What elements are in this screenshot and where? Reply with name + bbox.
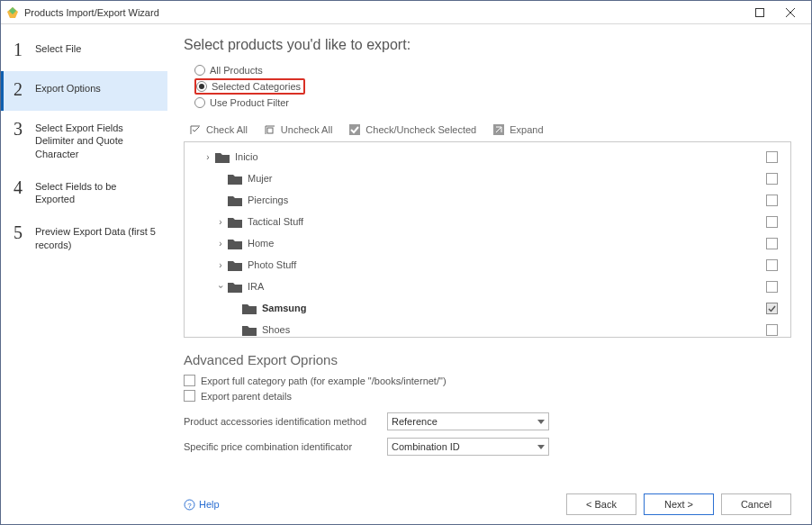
step-3-delimiter[interactable]: 3 Select Export Fields Delimiter and Quo… bbox=[1, 111, 167, 169]
chevron-right-icon[interactable]: › bbox=[203, 152, 213, 162]
radio-icon bbox=[194, 97, 205, 108]
checkbox-label: Export parent details bbox=[201, 391, 292, 402]
dropdown-value: Reference bbox=[392, 416, 438, 427]
tree-node-piercings[interactable]: Piercings bbox=[185, 189, 790, 211]
tree-node-checkbox[interactable] bbox=[766, 303, 778, 314]
tree-node-checkbox[interactable] bbox=[766, 195, 778, 206]
category-tree[interactable]: › Inicio Mujer Piercings › bbox=[184, 141, 791, 338]
page-heading: Select products you'd like to export: bbox=[184, 37, 791, 53]
folder-icon bbox=[215, 151, 230, 163]
tree-node-label: Inicio bbox=[235, 151, 761, 162]
titlebar: Products Import/Export Wizard bbox=[1, 1, 811, 24]
tree-node-inicio[interactable]: › Inicio bbox=[185, 146, 790, 167]
export-parent-details-checkbox-row[interactable]: Export parent details bbox=[184, 390, 791, 402]
toolbar-label: Uncheck All bbox=[281, 124, 332, 135]
tree-node-checkbox[interactable] bbox=[766, 151, 778, 163]
tree-node-checkbox[interactable] bbox=[766, 216, 778, 228]
radio-selected-categories[interactable]: Selected Categories bbox=[194, 78, 305, 95]
check-uncheck-selected-button[interactable]: Check/Uncheck Selected bbox=[348, 123, 476, 136]
step-number: 3 bbox=[14, 120, 30, 138]
checkbox-icon[interactable] bbox=[184, 390, 195, 402]
wizard-footer: ? Help < Back Next > Cancel bbox=[184, 477, 791, 515]
tree-node-checkbox[interactable] bbox=[766, 173, 778, 185]
radio-icon bbox=[194, 65, 205, 76]
checkbox-icon[interactable] bbox=[184, 375, 195, 386]
step-label: Select File bbox=[35, 41, 158, 55]
accessories-method-row: Product accessories identification metho… bbox=[184, 412, 791, 430]
main-panel: Select products you'd like to export: Al… bbox=[167, 24, 811, 524]
radio-all-products[interactable]: All Products bbox=[194, 62, 791, 78]
svg-rect-5 bbox=[267, 128, 273, 133]
accessories-method-dropdown[interactable]: Reference bbox=[387, 412, 549, 430]
tree-node-label: IRA bbox=[248, 281, 761, 292]
chevron-down-icon[interactable]: › bbox=[216, 281, 226, 292]
help-link[interactable]: ? Help bbox=[184, 499, 220, 511]
check-all-icon bbox=[189, 123, 202, 136]
tree-node-ira[interactable]: › IRA bbox=[185, 276, 790, 297]
expand-icon bbox=[492, 123, 505, 136]
advanced-options-heading: Advanced Export Oprions bbox=[184, 352, 791, 367]
step-label: Export Options bbox=[35, 80, 158, 95]
tree-node-mujer[interactable]: Mujer bbox=[185, 167, 790, 189]
next-button[interactable]: Next > bbox=[644, 493, 714, 515]
tree-node-label: Photo Stuff bbox=[248, 259, 761, 270]
toolbar-label: Check All bbox=[206, 124, 248, 135]
tree-node-label: Home bbox=[248, 238, 761, 249]
tree-node-label: Shoes bbox=[262, 324, 761, 335]
radio-label: Selected Categories bbox=[212, 81, 301, 92]
chevron-right-icon[interactable]: › bbox=[215, 239, 226, 249]
wizard-window: Products Import/Export Wizard 1 Select F… bbox=[0, 0, 812, 525]
step-2-export-options[interactable]: 2 Export Options bbox=[1, 71, 167, 111]
tree-node-checkbox[interactable] bbox=[766, 259, 778, 271]
radio-use-product-filter[interactable]: Use Product Filter bbox=[194, 95, 791, 111]
step-5-preview[interactable]: 5 Preview Export Data (first 5 records) bbox=[1, 214, 167, 260]
tree-toolbar: Check All Uncheck All Check/Uncheck Sele… bbox=[189, 123, 791, 136]
step-label: Select Fields to be Exported bbox=[35, 178, 158, 206]
chevron-right-icon[interactable]: › bbox=[215, 217, 226, 227]
tree-node-samsung[interactable]: Samsung bbox=[185, 297, 790, 319]
window-close-button[interactable] bbox=[775, 2, 806, 23]
tree-node-checkbox[interactable] bbox=[766, 238, 778, 249]
export-full-path-checkbox-row[interactable]: Export full category path (for example "… bbox=[184, 375, 791, 386]
field-label: Product accessories identification metho… bbox=[184, 416, 382, 427]
dropdown-caret-icon bbox=[537, 445, 545, 449]
uncheck-all-button[interactable]: Uncheck All bbox=[264, 123, 332, 136]
back-button[interactable]: < Back bbox=[566, 493, 636, 515]
wizard-steps-sidebar: 1 Select File 2 Export Options 3 Select … bbox=[1, 24, 167, 524]
step-label: Preview Export Data (first 5 records) bbox=[35, 223, 158, 251]
tree-node-checkbox[interactable] bbox=[766, 324, 778, 336]
tree-node-label: Tactical Stuff bbox=[248, 216, 761, 227]
folder-icon bbox=[242, 303, 257, 314]
tree-node-label: Mujer bbox=[248, 173, 761, 184]
svg-rect-6 bbox=[349, 124, 360, 135]
cancel-button[interactable]: Cancel bbox=[721, 493, 791, 515]
radio-label: All Products bbox=[210, 65, 263, 76]
export-selection-radios: All Products Selected Categories Use Pro… bbox=[194, 62, 791, 111]
checkbox-label: Export full category path (for example "… bbox=[201, 376, 447, 386]
check-all-button[interactable]: Check All bbox=[189, 123, 248, 136]
step-label: Select Export Fields Delimiter and Quote… bbox=[35, 120, 158, 160]
tree-node-shoes[interactable]: Shoes bbox=[185, 319, 790, 338]
step-1-select-file[interactable]: 1 Select File bbox=[1, 32, 167, 71]
tree-node-checkbox[interactable] bbox=[766, 281, 778, 293]
folder-icon bbox=[228, 281, 242, 293]
tree-node-photo-stuff[interactable]: › Photo Stuff bbox=[185, 254, 790, 276]
folder-icon bbox=[228, 216, 242, 228]
tree-node-tactical-stuff[interactable]: › Tactical Stuff bbox=[185, 211, 790, 232]
step-number: 4 bbox=[14, 178, 30, 196]
folder-icon bbox=[228, 173, 242, 185]
price-combo-identifier-dropdown[interactable]: Combination ID bbox=[387, 438, 549, 456]
step-4-select-fields[interactable]: 4 Select Fields to be Exported bbox=[1, 169, 167, 215]
radio-label: Use Product Filter bbox=[210, 97, 289, 108]
step-number: 2 bbox=[14, 80, 30, 98]
tree-node-home[interactable]: › Home bbox=[185, 232, 790, 254]
price-combo-identifier-row: Specific price combination identificator… bbox=[184, 438, 791, 456]
folder-icon bbox=[242, 324, 257, 336]
step-number: 5 bbox=[14, 223, 30, 241]
expand-button[interactable]: Expand bbox=[492, 123, 543, 136]
uncheck-all-icon bbox=[264, 123, 276, 136]
window-maximize-button[interactable] bbox=[744, 2, 775, 23]
chevron-right-icon[interactable]: › bbox=[215, 260, 226, 270]
field-label: Specific price combination identificator bbox=[184, 441, 382, 452]
tree-node-label: Samsung bbox=[262, 303, 761, 313]
